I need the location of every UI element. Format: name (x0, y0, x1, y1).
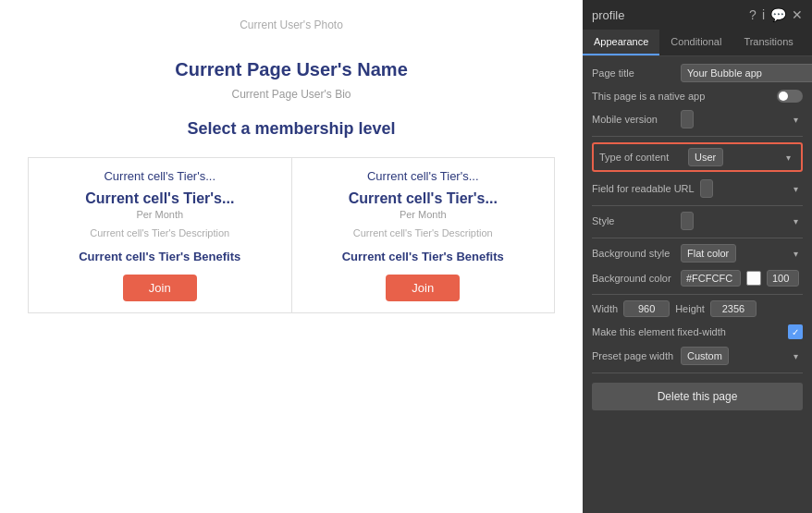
mobile-version-select-wrapper (681, 110, 803, 128)
tier1-large-label: Current cell's Tier's... (43, 190, 277, 207)
preset-width-select-wrapper: Custom (681, 347, 803, 365)
height-input[interactable] (710, 300, 757, 317)
page-username: Current Page User's Name (18, 59, 564, 80)
tier-col-2: Current cell's Tier's... Current cell's … (292, 157, 556, 313)
style-select-wrapper (681, 212, 803, 230)
background-color-row: Background color (592, 270, 803, 287)
tier1-benefits: Current cell's Tier's Benefits (43, 250, 277, 263)
height-label: Height (675, 303, 705, 314)
native-app-label: This page is a native app (592, 91, 771, 102)
info-icon[interactable]: i (762, 7, 765, 22)
preset-width-label: Preset page width (592, 350, 675, 361)
mobile-version-label: Mobile version (592, 114, 675, 125)
width-label: Width (592, 303, 618, 314)
divider-5 (592, 373, 803, 373)
tier2-description: Current cell's Tier's Description (306, 227, 541, 238)
background-style-select[interactable]: Flat color (681, 244, 736, 263)
membership-title: Select a membership level (18, 119, 564, 139)
tier1-description: Current cell's Tier's Description (43, 227, 277, 238)
background-color-label: Background color (592, 273, 675, 284)
type-of-content-select-wrapper: User (688, 148, 795, 166)
type-of-content-select[interactable]: User (688, 148, 723, 166)
tier1-period: Per Month (43, 209, 277, 220)
right-panel: profile ? i 💬 ✕ Appearance Conditional T… (583, 0, 812, 513)
readable-url-select-wrapper (700, 179, 803, 198)
fixed-width-row: Make this element fixed-width ✓ (592, 324, 803, 339)
background-style-row: Background style Flat color (592, 244, 803, 263)
style-row: Style (592, 212, 803, 230)
panel-icons: ? i 💬 ✕ (749, 7, 803, 22)
tier1-small-label: Current cell's Tier's... (43, 169, 277, 183)
tab-transitions[interactable]: Transitions (732, 30, 804, 55)
mobile-version-row: Mobile version (592, 110, 803, 128)
opacity-value[interactable] (767, 270, 799, 287)
tier2-period: Per Month (306, 209, 541, 220)
tier-col-1: Current cell's Tier's... Current cell's … (28, 157, 292, 313)
background-style-select-wrapper: Flat color (681, 244, 803, 263)
help-icon[interactable]: ? (749, 7, 757, 22)
readable-url-label: Field for readable URL (592, 183, 695, 194)
panel-tabs: Appearance Conditional Transitions (583, 30, 812, 56)
tiers-grid: Current cell's Tier's... Current cell's … (28, 157, 555, 313)
background-style-label: Background style (592, 248, 675, 259)
mobile-version-select[interactable] (681, 110, 694, 128)
panel-header: profile ? i 💬 ✕ (583, 0, 812, 30)
page-bio: Current Page User's Bio (18, 88, 564, 101)
page-title-label: Page title (592, 67, 675, 79)
tier2-benefits: Current cell's Tier's Benefits (306, 250, 541, 263)
tab-conditional[interactable]: Conditional (659, 30, 732, 55)
chat-icon[interactable]: 💬 (770, 7, 786, 22)
type-of-content-label: Type of content (599, 152, 683, 163)
readable-url-select[interactable] (700, 179, 713, 198)
delete-page-button[interactable]: Delete this page (592, 383, 803, 410)
photo-placeholder-label: Current User's Photo (18, 18, 564, 31)
tier2-large-label: Current cell's Tier's... (306, 190, 541, 207)
readable-url-row: Field for readable URL (592, 179, 803, 198)
divider-3 (592, 238, 803, 238)
main-canvas: Current User's Photo Current Page User's… (0, 0, 583, 513)
tier1-join-button[interactable]: Join (123, 275, 197, 301)
fixed-width-checkbox[interactable]: ✓ (788, 324, 803, 339)
style-select[interactable] (681, 212, 694, 230)
style-label: Style (592, 215, 675, 226)
tier2-join-button[interactable]: Join (386, 275, 460, 301)
panel-title: profile (592, 8, 624, 22)
background-color-hex[interactable] (681, 270, 741, 287)
panel-body: Page title This page is a native app Mob… (583, 56, 812, 513)
native-app-row: This page is a native app (592, 90, 803, 103)
preset-width-select[interactable]: Custom (681, 347, 729, 365)
preset-width-row: Preset page width Custom (592, 347, 803, 365)
page-title-row: Page title (592, 64, 803, 82)
width-input[interactable] (623, 300, 670, 317)
tab-appearance[interactable]: Appearance (583, 30, 659, 55)
page-title-input[interactable] (681, 64, 812, 82)
divider-2 (592, 205, 803, 206)
divider-1 (592, 136, 803, 137)
close-icon[interactable]: ✕ (792, 7, 803, 22)
native-app-toggle[interactable] (777, 90, 803, 103)
tier2-small-label: Current cell's Tier's... (306, 169, 541, 183)
color-swatch[interactable] (746, 271, 761, 286)
fixed-width-label: Make this element fixed-width (592, 326, 782, 337)
divider-4 (592, 294, 803, 295)
type-of-content-row: Type of content User (592, 142, 803, 172)
size-row: Width Height (592, 300, 803, 317)
